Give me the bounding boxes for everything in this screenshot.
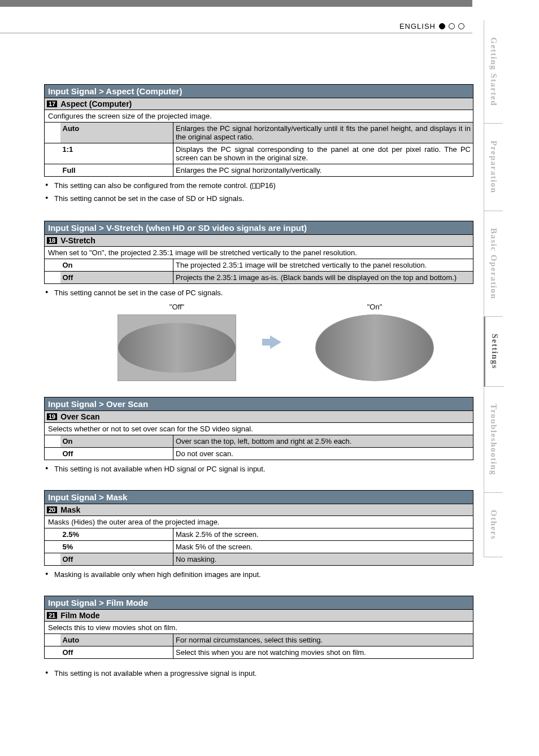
options-table: OnOver scan the top, left, bottom and ri… (44, 435, 473, 460)
table-row: OffProjects the 2.35:1 image as-is. (Bla… (45, 272, 473, 284)
tab-settings[interactable]: Settings (484, 317, 504, 387)
fig-label-on: "On" (315, 303, 434, 311)
language-label: ENGLISH (399, 22, 436, 30)
vstretch-figure: "Off" "On" (78, 303, 473, 381)
lang-dot-active (439, 23, 445, 29)
item-desc: When set to "On", the projected 2.35:1 i… (44, 246, 473, 259)
breadcrumb: Input Signal > Film Mode (44, 596, 473, 609)
note: This setting cannot be set in the case o… (54, 289, 473, 297)
side-tabs: Getting Started Preparation Basic Operat… (484, 20, 539, 557)
note: Masking is available only when high defi… (54, 570, 473, 579)
breadcrumb: Input Signal > Over Scan (44, 397, 473, 410)
lang-dot-3 (458, 23, 464, 29)
header-bar: ENGLISH (0, 21, 472, 33)
item-title: Over Scan (60, 412, 99, 421)
lang-dot-2 (449, 23, 455, 29)
item-number: 21 (47, 612, 57, 619)
note: This setting can also be configured from… (54, 181, 473, 190)
item-desc: Selects this to view movies shot on film… (44, 621, 473, 633)
section-mask: Input Signal > Mask 20 Mask Masks (Hides… (44, 490, 473, 579)
item-title: V-Stretch (60, 236, 95, 245)
table-row: AutoFor normal circumstances, select thi… (45, 634, 473, 646)
screen-illustration-off (118, 314, 236, 381)
fig-label-off: "Off" (118, 303, 236, 311)
item-desc: Configures the screen size of the projec… (44, 110, 473, 122)
options-table: 2.5%Mask 2.5% of the screen. 5%Mask 5% o… (44, 528, 473, 566)
tab-troubleshooting[interactable]: Troubleshooting (484, 387, 503, 493)
item-number: 17 (47, 100, 57, 107)
options-table: OnThe projected 2.35:1 image will be str… (44, 259, 473, 284)
item-title: Film Mode (60, 611, 99, 620)
item-desc: Selects whether or not to set over scan … (44, 422, 473, 435)
item-desc: Masks (Hides) the outer area of the proj… (44, 515, 473, 528)
section-v-stretch: Input Signal > V-Stretch (when HD or SD … (44, 221, 473, 381)
item-number: 19 (47, 413, 57, 420)
tab-preparation[interactable]: Preparation (484, 124, 503, 211)
tab-others[interactable]: Others (484, 493, 503, 557)
table-row: 5%Mask 5% of the screen. (45, 541, 473, 553)
note: This setting is not available when HD si… (54, 465, 473, 473)
table-row: AutoEnlarges the PC signal horizontally/… (45, 123, 473, 143)
table-row: OffNo masking. (45, 553, 473, 566)
options-table: AutoFor normal circumstances, select thi… (44, 633, 473, 659)
table-row: FullEnlarges the PC signal horizontally/… (45, 164, 473, 177)
tab-getting-started[interactable]: Getting Started (484, 20, 503, 124)
top-strip (0, 0, 472, 7)
section-over-scan: Input Signal > Over Scan 19 Over Scan Se… (44, 397, 473, 473)
item-number: 18 (47, 237, 57, 244)
item-title: Aspect (Computer) (60, 99, 132, 108)
arrow-icon (270, 335, 281, 349)
book-icon (252, 183, 260, 189)
table-row: OnOver scan the top, left, bottom and ri… (45, 435, 473, 448)
section-aspect-computer: Input Signal > Aspect (Computer) 17 Aspe… (44, 84, 473, 203)
table-row: OffDo not over scan. (45, 448, 473, 460)
table-row: OffSelect this when you are not watching… (45, 646, 473, 659)
item-number: 20 (47, 506, 57, 513)
options-table: AutoEnlarges the PC signal horizontally/… (44, 122, 473, 177)
table-row: 2.5%Mask 2.5% of the screen. (45, 528, 473, 541)
item-title: Mask (60, 505, 80, 514)
tab-basic-operation[interactable]: Basic Operation (484, 211, 503, 317)
breadcrumb: Input Signal > V-Stretch (when HD or SD … (44, 221, 473, 234)
table-row: 1:1Displays the PC signal corresponding … (45, 143, 473, 164)
table-row: OnThe projected 2.35:1 image will be str… (45, 259, 473, 272)
screen-illustration-on (315, 314, 434, 381)
note: This setting cannot be set in the case o… (54, 194, 473, 203)
section-film-mode: Input Signal > Film Mode 21 Film Mode Se… (44, 596, 473, 678)
breadcrumb: Input Signal > Mask (44, 490, 473, 504)
breadcrumb: Input Signal > Aspect (Computer) (44, 84, 473, 98)
note: This setting is not available when a pro… (54, 669, 473, 678)
